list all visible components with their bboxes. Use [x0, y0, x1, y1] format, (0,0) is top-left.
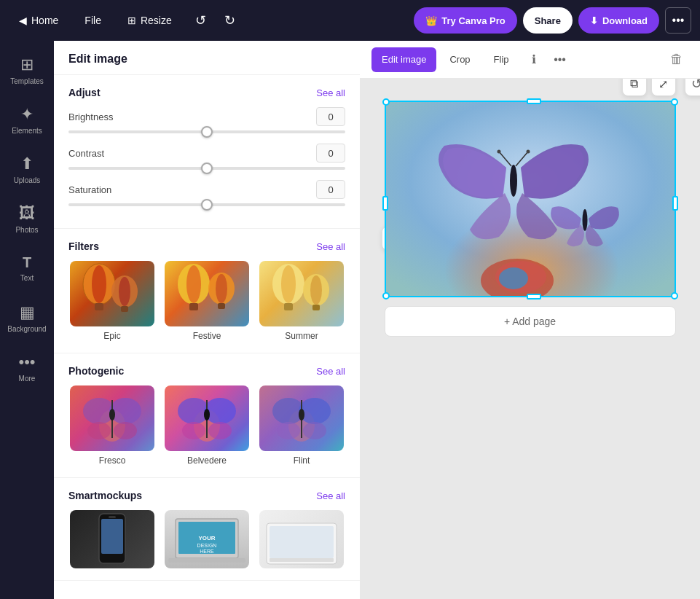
- file-button[interactable]: File: [74, 7, 111, 34]
- sidebar-item-photos[interactable]: 🖼 Photos: [4, 195, 50, 242]
- brightness-value[interactable]: 0: [316, 107, 345, 126]
- filters-see-all-button[interactable]: See all: [316, 241, 345, 252]
- handle-bottom-center[interactable]: [527, 294, 541, 300]
- templates-label: Templates: [10, 77, 44, 85]
- more-options-button[interactable]: •••: [665, 7, 691, 34]
- panel-header: Edit image: [54, 41, 360, 75]
- filter-festive[interactable]: Festive: [163, 261, 251, 341]
- filter-flint[interactable]: Flint: [258, 385, 345, 466]
- svg-point-36: [277, 422, 300, 439]
- filters-title: Filters: [68, 240, 99, 252]
- brightness-slider-thumb[interactable]: [201, 126, 213, 138]
- svg-point-32: [204, 409, 210, 420]
- handle-mid-left[interactable]: [382, 196, 388, 211]
- resize-button[interactable]: ⊞ Resize: [117, 7, 182, 34]
- photogenic-section: Photogenic See all: [54, 353, 360, 478]
- handle-top-right[interactable]: [671, 98, 678, 106]
- templates-icon: ⊞: [20, 55, 34, 74]
- filter-summer[interactable]: Summer: [258, 261, 345, 341]
- mock-card-thumb: [259, 510, 344, 568]
- panel-content: Adjust See all Brightness 0 Co: [54, 75, 360, 599]
- home-button[interactable]: ◀ Home: [9, 7, 68, 34]
- canvas-viewport[interactable]: ↺ ⧉ ⤢ ↺: [360, 79, 700, 599]
- top-nav: ◀ Home File ⊞ Resize ↺ ↻ 👑 Try Canva Pro…: [0, 0, 700, 41]
- svg-point-14: [281, 265, 296, 303]
- svg-point-62: [499, 267, 528, 289]
- toolbar-more-button[interactable]: •••: [548, 48, 572, 71]
- mock-card-item[interactable]: [258, 510, 345, 568]
- tab-flip[interactable]: Flip: [484, 47, 519, 72]
- copy-button[interactable]: ⧉: [622, 79, 647, 96]
- text-icon: T: [23, 254, 31, 271]
- svg-rect-41: [101, 519, 123, 554]
- resize-icon: ⊞: [127, 15, 136, 26]
- brightness-slider-track[interactable]: [68, 130, 345, 133]
- rotate-button[interactable]: ↺: [685, 79, 701, 96]
- canvas-image[interactable]: [385, 101, 676, 297]
- handle-top-center[interactable]: [527, 98, 541, 104]
- contrast-slider-track[interactable]: [68, 167, 345, 170]
- sidebar-item-uploads[interactable]: ⬆ Uploads: [4, 146, 50, 192]
- smartmockups-section-header: Smartmockups See all: [68, 490, 345, 501]
- share-button[interactable]: Share: [523, 7, 573, 34]
- redo-button[interactable]: ↻: [217, 7, 243, 34]
- crown-icon: 👑: [425, 15, 437, 26]
- filter-fresco[interactable]: Fresco: [68, 385, 156, 466]
- sidebar-item-background[interactable]: ▦ Background: [4, 294, 50, 341]
- svg-rect-15: [284, 303, 293, 310]
- saturation-slider-thumb[interactable]: [201, 199, 213, 211]
- sidebar-item-templates[interactable]: ⊞ Templates: [4, 47, 50, 93]
- edit-panel: Edit image Adjust See all Brightness 0: [54, 41, 360, 599]
- delete-button[interactable]: 🗑: [665, 48, 688, 71]
- svg-text:YOUR: YOUR: [198, 535, 215, 541]
- info-button[interactable]: ℹ: [522, 48, 546, 71]
- smartmockups-see-all-button[interactable]: See all: [316, 490, 345, 501]
- contrast-value[interactable]: 0: [316, 144, 345, 163]
- photogenic-see-all-button[interactable]: See all: [316, 366, 345, 377]
- filter-fresco-label: Fresco: [99, 455, 126, 466]
- handle-top-left[interactable]: [382, 98, 390, 106]
- filter-flint-thumb: [259, 385, 344, 451]
- sidebar-item-more[interactable]: ••• More: [4, 344, 50, 391]
- toolbar-more-icon: •••: [554, 53, 566, 66]
- download-button[interactable]: ⬇ Download: [578, 7, 659, 34]
- tab-crop[interactable]: Crop: [439, 47, 480, 72]
- sidebar-item-elements[interactable]: ✦ Elements: [4, 96, 50, 143]
- canvas-float-actions: ⧉ ⤢: [622, 79, 676, 96]
- saturation-slider-track[interactable]: [68, 203, 345, 206]
- filter-belvedere[interactable]: Belvedere: [163, 385, 251, 466]
- filter-flint-label: Flint: [294, 455, 310, 466]
- saturation-value[interactable]: 0: [316, 180, 345, 199]
- handle-mid-right[interactable]: [672, 196, 678, 211]
- mock-laptop-item[interactable]: YOUR DESIGN HERE: [163, 510, 251, 568]
- back-arrow-icon: ◀: [19, 15, 27, 26]
- add-page-button[interactable]: + Add page: [385, 306, 676, 337]
- filter-festive-thumb: [165, 261, 249, 326]
- add-page-label: + Add page: [504, 316, 556, 327]
- adjust-see-all-button[interactable]: See all: [316, 87, 345, 98]
- contrast-slider-thumb[interactable]: [201, 163, 213, 174]
- filter-epic[interactable]: Epic: [68, 261, 156, 341]
- handle-bottom-right[interactable]: [671, 292, 678, 300]
- smartmockups-section: Smartmockups See all: [54, 478, 360, 581]
- mock-phone-svg: [70, 510, 154, 568]
- background-label: Background: [7, 325, 46, 333]
- mock-phone-item[interactable]: [68, 510, 156, 568]
- photogenic-section-header: Photogenic See all: [68, 365, 345, 377]
- svg-point-17: [310, 275, 322, 305]
- mock-laptop-thumb: YOUR DESIGN HERE: [165, 510, 249, 568]
- filter-epic-thumb: [70, 261, 154, 326]
- handle-bottom-left[interactable]: [382, 292, 390, 300]
- undo-button[interactable]: ↺: [188, 7, 214, 34]
- main-area: ⊞ Templates ✦ Elements ⬆ Uploads 🖼 Photo…: [0, 41, 700, 599]
- crop-tab-label: Crop: [449, 54, 470, 65]
- try-pro-button[interactable]: 👑 Try Canva Pro: [414, 7, 516, 34]
- more-icon: •••: [18, 353, 35, 372]
- mock-card-svg: [259, 510, 344, 568]
- svg-point-5: [119, 277, 130, 306]
- tab-edit-image[interactable]: Edit image: [371, 47, 436, 72]
- expand-button[interactable]: ⤢: [651, 79, 676, 96]
- sidebar-item-text[interactable]: T Text: [4, 245, 50, 291]
- adjust-section-header: Adjust See all: [68, 87, 345, 98]
- svg-rect-12: [218, 303, 225, 309]
